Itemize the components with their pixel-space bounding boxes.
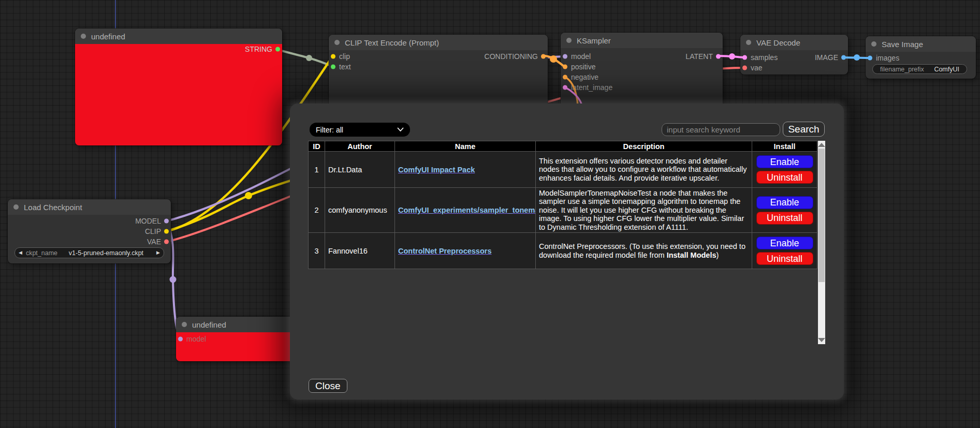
- node-vae-decode[interactable]: VAE Decode samples IMAGE vae: [740, 35, 848, 75]
- text-input-slot[interactable]: [331, 65, 335, 69]
- cell-author: Fannovel16: [325, 233, 395, 269]
- extension-link[interactable]: ControlNet Preprocessors: [398, 247, 492, 255]
- collapse-dot-icon[interactable]: [871, 41, 876, 47]
- negative-input-slot[interactable]: [563, 75, 567, 80]
- model-input-slot[interactable]: [178, 337, 183, 342]
- model-output-slot[interactable]: [164, 219, 169, 224]
- scrollbar-thumb[interactable]: [818, 149, 825, 282]
- cell-description: ModelSamplerTonemapNoiseTest a node that…: [536, 188, 752, 233]
- node-ksampler[interactable]: KSampler model LATENT positive negative …: [561, 33, 723, 110]
- scroll-up-icon[interactable]: [818, 143, 825, 147]
- output-label: MODEL: [135, 216, 161, 226]
- input-label: latent_image: [571, 83, 612, 92]
- custom-nodes-dialog: Filter: all Search ID Author Name Descri…: [290, 104, 844, 400]
- filter-dropdown[interactable]: Filter: all: [310, 123, 410, 137]
- enable-button[interactable]: Enable: [756, 155, 813, 168]
- collapse-dot-icon[interactable]: [13, 204, 19, 210]
- latent-output-slot[interactable]: [716, 54, 721, 59]
- node-title-bar[interactable]: KSampler: [561, 33, 723, 48]
- image-output-slot[interactable]: [841, 55, 846, 60]
- search-input[interactable]: [662, 123, 780, 136]
- node-undefined-top[interactable]: undefined STRING: [75, 28, 282, 145]
- widget-value: v1-5-pruned-emaonly.ckpt: [69, 249, 143, 257]
- collapse-dot-icon[interactable]: [566, 38, 572, 43]
- cell-description: ControlNet Preprocessors. (To use this e…: [536, 233, 752, 269]
- input-label: model: [186, 335, 206, 343]
- col-header-id: ID: [309, 141, 325, 152]
- input-label: vae: [751, 64, 763, 72]
- table-header-row: ID Author Name Description Install: [309, 141, 817, 152]
- col-header-description: Description: [536, 141, 752, 152]
- node-save-image[interactable]: Save Image images filename_prefix ComfyU…: [866, 36, 976, 79]
- extensions-table: ID Author Name Description Install 1 Dr.…: [308, 141, 817, 269]
- table-row: 1 Dr.Lt.Data ComfyUI Impact Pack This ex…: [309, 152, 817, 188]
- extension-link[interactable]: ComfyUI Impact Pack: [398, 166, 475, 174]
- node-title-bar[interactable]: Save Image: [866, 36, 976, 52]
- node-title-text: undefined: [192, 320, 226, 329]
- enable-button[interactable]: Enable: [756, 196, 813, 209]
- input-label: text: [339, 63, 351, 71]
- clip-input-slot[interactable]: [331, 54, 335, 59]
- extension-link[interactable]: ComfyUI_experiments/sampler_tonemap: [398, 206, 536, 214]
- input-label: model: [571, 52, 591, 61]
- filename-prefix-widget[interactable]: filename_prefix ComfyUI: [872, 64, 967, 74]
- string-output-slot[interactable]: [275, 47, 280, 52]
- node-title-text: Load Checkpoint: [24, 203, 82, 212]
- uninstall-button[interactable]: Uninstall: [756, 252, 813, 265]
- col-header-author: Author: [325, 141, 395, 152]
- positive-input-slot[interactable]: [563, 65, 567, 69]
- model-input-slot[interactable]: [563, 54, 567, 59]
- node-body-error: STRING: [75, 44, 282, 145]
- filter-dropdown-value: Filter: all: [316, 126, 343, 134]
- output-label: LATENT: [685, 51, 713, 62]
- uninstall-button[interactable]: Uninstall: [756, 212, 813, 225]
- ckpt-name-widget[interactable]: ◀ ckpt_name v1-5-pruned-emaonly.ckpt ▶: [14, 247, 164, 258]
- latent-image-input-slot[interactable]: [563, 85, 567, 90]
- uninstall-button[interactable]: Uninstall: [756, 171, 813, 184]
- collapse-dot-icon[interactable]: [746, 40, 751, 45]
- cell-author: comfyanonymous: [325, 188, 395, 233]
- node-title-bar[interactable]: undefined: [75, 28, 282, 44]
- collapse-dot-icon[interactable]: [182, 322, 187, 327]
- clip-output-slot[interactable]: [164, 229, 169, 234]
- images-input-slot[interactable]: [868, 56, 872, 61]
- search-button[interactable]: Search: [783, 122, 825, 137]
- node-title-text: Save Image: [882, 40, 923, 49]
- node-title-bar[interactable]: VAE Decode: [740, 35, 848, 50]
- node-title-text: VAE Decode: [756, 38, 800, 47]
- collapse-dot-icon[interactable]: [334, 40, 340, 45]
- table-scrollbar[interactable]: [818, 141, 825, 344]
- cell-id: 3: [309, 233, 325, 269]
- vae-output-slot[interactable]: [164, 240, 169, 244]
- conditioning-output-slot[interactable]: [541, 54, 546, 59]
- node-title-text: undefined: [91, 32, 125, 41]
- increment-arrow-icon[interactable]: ▶: [153, 248, 164, 258]
- node-title-bar[interactable]: CLIP Text Encode (Prompt): [329, 35, 548, 50]
- vae-input-slot[interactable]: [742, 66, 747, 70]
- output-label: VAE: [147, 237, 161, 247]
- input-label: positive: [571, 63, 595, 71]
- extensions-table-wrap: ID Author Name Description Install 1 Dr.…: [308, 141, 817, 269]
- enable-button[interactable]: Enable: [756, 237, 813, 249]
- node-title-bar[interactable]: Load Checkpoint: [8, 199, 171, 215]
- col-header-name: Name: [395, 141, 536, 152]
- comfyui-canvas[interactable]: undefined STRING CLIP Text Encode (Promp…: [0, 0, 980, 428]
- cell-id: 1: [309, 152, 325, 188]
- output-label: CONDITIONING: [485, 51, 538, 62]
- widget-value: ComfyUI: [934, 66, 959, 73]
- output-label: STRING: [245, 44, 272, 54]
- chevron-down-icon: [397, 127, 404, 132]
- close-button[interactable]: Close: [309, 379, 347, 393]
- node-title-text: CLIP Text Encode (Prompt): [345, 38, 439, 47]
- input-label: negative: [571, 73, 598, 81]
- col-header-install: Install: [752, 141, 817, 152]
- node-load-checkpoint[interactable]: Load Checkpoint MODEL CLIP VAE ◀ ckpt_na…: [8, 199, 171, 263]
- node-title-text: KSampler: [577, 36, 611, 45]
- input-label: clip: [339, 52, 350, 61]
- output-label: IMAGE: [815, 52, 838, 63]
- scroll-down-icon[interactable]: [818, 338, 825, 342]
- decrement-arrow-icon[interactable]: ◀: [15, 248, 26, 258]
- samples-input-slot[interactable]: [742, 55, 747, 60]
- collapse-dot-icon[interactable]: [81, 34, 86, 39]
- output-label: CLIP: [145, 226, 161, 237]
